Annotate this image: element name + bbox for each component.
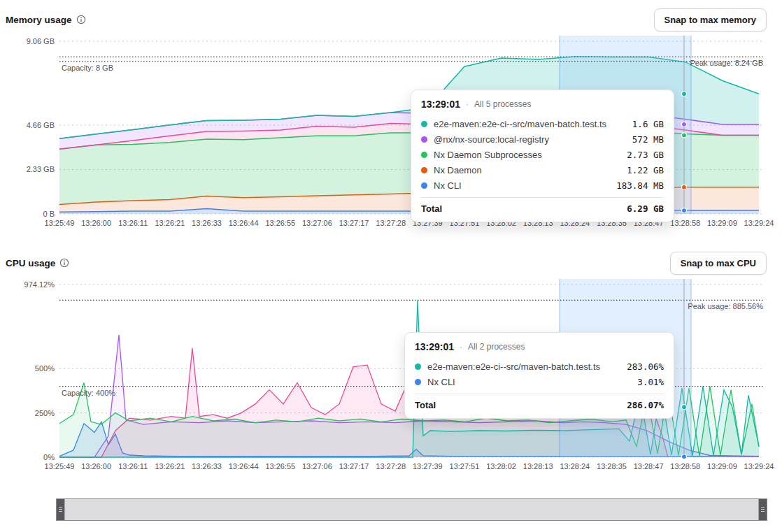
x-axis-tick-label: 13:26:00 — [81, 462, 111, 470]
process-name: Nx Daemon Subprocesses — [434, 150, 620, 160]
x-axis-tick-label: 13:27:28 — [376, 219, 406, 227]
hover-series-dot — [682, 405, 687, 410]
process-name: Nx CLI — [427, 377, 631, 387]
x-axis-tick-label: 13:25:49 — [45, 462, 75, 470]
process-name: Nx CLI — [434, 180, 610, 191]
hover-series-dot — [682, 133, 687, 138]
series-color-dot-icon — [421, 167, 427, 173]
process-profiler-page: Memory usage Snap to max memory 9.06 GB4… — [0, 0, 782, 532]
x-axis-tick-label: 13:28:58 — [670, 219, 700, 227]
x-axis-tick-label: 13:27:06 — [302, 219, 332, 227]
cpu-tooltip: 13:29:01·All 2 processese2e-maven:e2e-ci… — [404, 332, 674, 419]
brush-track[interactable] — [64, 499, 759, 520]
x-axis-tick-label: 13:26:21 — [155, 462, 185, 470]
hover-series-dot — [682, 208, 687, 213]
tooltip-row: @nx/nx-source:local-registry572 MB — [421, 131, 664, 147]
process-value: 2.73 GB — [627, 150, 664, 160]
tooltip-row: Nx Daemon Subprocesses2.73 GB — [421, 147, 664, 162]
tooltip-process-count: All 5 processes — [474, 99, 531, 109]
tooltip-row: Nx CLI183.84 MB — [421, 178, 664, 193]
process-name: @nx/nx-source:local-registry — [434, 134, 626, 145]
x-axis-tick-label: 13:26:55 — [265, 219, 295, 227]
y-axis-tick-label: 500% — [35, 364, 55, 373]
timeline-brush[interactable] — [56, 498, 767, 521]
tooltip-row: Nx CLI3.01% — [415, 374, 664, 389]
process-name: e2e-maven:e2e-ci--src/maven-batch.test.t… — [434, 119, 626, 129]
y-axis-tick-label: 4.66 GB — [27, 121, 55, 129]
x-axis-tick-label: 13:27:06 — [302, 462, 332, 470]
x-axis-tick-label: 13:26:11 — [118, 462, 148, 470]
series-color-dot-icon — [421, 121, 427, 127]
memory-tooltip: 13:29:01·All 5 processese2e-maven:e2e-ci… — [411, 89, 674, 222]
x-axis-tick-label: 13:28:58 — [670, 462, 700, 470]
y-axis-tick-label: 0 B — [43, 210, 55, 218]
capacity-label: Capacity: 400% — [62, 389, 115, 397]
x-axis-tick-label: 13:26:21 — [155, 219, 185, 227]
brush-handle-left[interactable] — [57, 499, 64, 520]
x-axis-tick-label: 13:26:44 — [229, 219, 259, 227]
x-axis-tick-label: 13:27:28 — [376, 462, 406, 470]
series-color-dot-icon — [415, 364, 421, 370]
series-color-dot-icon — [421, 136, 427, 143]
tooltip-row: e2e-maven:e2e-ci--src/maven-batch.test.t… — [421, 116, 664, 131]
x-axis-tick-label: 13:25:49 — [45, 219, 75, 227]
x-axis-tick-label: 13:29:09 — [707, 219, 737, 227]
y-axis-tick-label: 0% — [43, 453, 55, 461]
tooltip-header: 13:29:01·All 2 processes — [415, 340, 664, 352]
total-label: Total — [421, 203, 620, 214]
tooltip-row: e2e-maven:e2e-ci--src/maven-batch.test.t… — [415, 359, 664, 374]
tooltip-total-row: Total6.29 GB — [421, 197, 664, 216]
cpu-chart-title: CPU usage — [6, 258, 55, 268]
process-value: 3.01% — [637, 377, 664, 387]
dot-separator: · — [460, 342, 462, 352]
brush-handle-right[interactable] — [759, 499, 767, 520]
grip-icon — [59, 507, 62, 513]
hover-series-dot — [682, 185, 687, 189]
info-icon[interactable] — [59, 258, 69, 268]
x-axis-tick-label: 13:28:02 — [486, 462, 516, 470]
y-axis-tick-label: 9.06 GB — [27, 37, 55, 45]
tooltip-time: 13:29:01 — [415, 341, 454, 352]
info-icon[interactable] — [76, 15, 86, 24]
snap-to-max-cpu-button[interactable]: Snap to max CPU — [670, 252, 767, 275]
x-axis-tick-label: 13:28:35 — [597, 462, 627, 470]
process-value: 1.6 GB — [632, 119, 664, 129]
process-value: 572 MB — [632, 134, 664, 145]
x-axis-tick-label: 13:29:24 — [744, 462, 774, 470]
snap-to-max-memory-button[interactable]: Snap to max memory — [654, 8, 767, 31]
y-axis-tick-label: 250% — [35, 409, 55, 417]
total-value: 286.07% — [627, 400, 664, 410]
total-label: Total — [415, 400, 620, 410]
peak-label: Peak usage: 8.24 GB — [690, 59, 763, 67]
x-axis-tick-label: 13:28:47 — [634, 462, 664, 470]
x-axis-tick-label: 13:27:17 — [339, 219, 369, 227]
cpu-chart-header: CPU usage Snap to max CPU — [0, 251, 782, 275]
hover-series-dot — [682, 454, 687, 459]
process-value: 283.06% — [627, 361, 664, 372]
grip-icon — [761, 507, 765, 513]
memory-chart-header: Memory usage Snap to max memory — [0, 8, 782, 31]
total-value: 6.29 GB — [627, 203, 664, 214]
x-axis-tick-label: 13:28:24 — [560, 462, 590, 470]
tooltip-row: Nx Daemon1.22 GB — [421, 162, 664, 178]
x-axis-tick-label: 13:26:55 — [265, 462, 295, 470]
x-axis-tick-label: 13:26:33 — [192, 219, 222, 227]
series-color-dot-icon — [421, 182, 427, 189]
series-color-dot-icon — [421, 152, 427, 158]
x-axis-tick-label: 13:27:51 — [450, 462, 480, 470]
process-name: Nx Daemon — [434, 165, 620, 175]
series-color-dot-icon — [415, 379, 421, 385]
x-axis-tick-label: 13:28:13 — [523, 462, 553, 470]
x-axis-tick-label: 13:27:39 — [413, 462, 443, 470]
hover-series-dot — [682, 92, 687, 96]
process-name: e2e-maven:e2e-ci--src/maven-batch.test.t… — [427, 361, 620, 372]
capacity-label: Capacity: 8 GB — [62, 64, 113, 72]
y-axis-tick-label: 974.12% — [24, 280, 55, 289]
x-axis-tick-label: 13:26:00 — [81, 219, 111, 227]
x-axis-tick-label: 13:29:24 — [744, 219, 774, 227]
tooltip-process-count: All 2 processes — [468, 342, 525, 352]
y-axis-tick-label: 2.33 GB — [27, 165, 55, 173]
process-value: 183.84 MB — [616, 180, 664, 191]
x-axis-tick-label: 13:26:11 — [118, 219, 148, 227]
memory-chart-title: Memory usage — [6, 15, 72, 25]
